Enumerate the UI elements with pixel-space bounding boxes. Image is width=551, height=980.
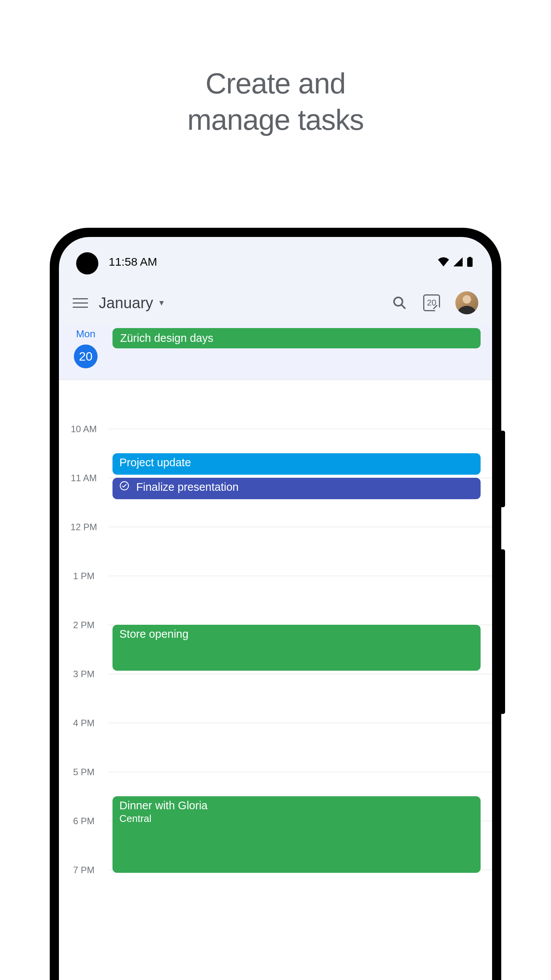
event-title: Dinner with Gloria bbox=[119, 799, 474, 812]
app-bar: January ▼ 20 bbox=[59, 276, 492, 325]
phone-side-button bbox=[501, 431, 505, 507]
svg-rect-0 bbox=[467, 258, 473, 267]
hour-label: 6 PM bbox=[59, 816, 109, 826]
chevron-down-icon: ▼ bbox=[158, 299, 165, 307]
month-selector[interactable]: January ▼ bbox=[99, 294, 165, 312]
hour-label: 12 PM bbox=[59, 522, 109, 532]
status-time: 11:58 AM bbox=[109, 255, 157, 268]
hour-label: 3 PM bbox=[59, 669, 109, 679]
promo-title: Create and manage tasks bbox=[0, 0, 551, 138]
event-dinner[interactable]: Dinner with Gloria Central bbox=[112, 796, 481, 873]
event-title: Zürich design days bbox=[120, 332, 213, 344]
calendar-body[interactable]: 10 AM 11 AM 12 PM 1 PM 2 PM 3 PM 4 PM 5 … bbox=[59, 380, 492, 980]
today-date-label: 20 bbox=[427, 298, 436, 308]
phone-side-button bbox=[501, 549, 505, 714]
month-label: January bbox=[99, 294, 153, 312]
search-button[interactable] bbox=[391, 294, 408, 311]
hour-row: 3 PM bbox=[59, 674, 492, 674]
hour-label: 7 PM bbox=[59, 865, 109, 875]
status-icons bbox=[438, 257, 473, 267]
phone-frame: 11:58 AM January ▼ 20 bbox=[50, 228, 501, 980]
hour-label: 2 PM bbox=[59, 620, 109, 630]
svg-rect-1 bbox=[468, 257, 471, 258]
day-number: 20 bbox=[74, 345, 98, 368]
allday-event[interactable]: Zürich design days bbox=[112, 328, 481, 348]
task-check-icon bbox=[119, 481, 129, 491]
day-column[interactable]: Mon 20 bbox=[59, 325, 112, 368]
hour-row: 10 AM bbox=[59, 429, 492, 429]
today-button[interactable]: 20 bbox=[423, 294, 440, 311]
hour-label: 4 PM bbox=[59, 718, 109, 728]
task-finalize-presentation[interactable]: Finalize presentation bbox=[112, 478, 481, 499]
signal-icon bbox=[453, 257, 463, 266]
event-title: Finalize presentation bbox=[136, 481, 239, 493]
event-title: Store opening bbox=[119, 628, 189, 640]
hour-row: 12 PM bbox=[59, 527, 492, 527]
event-title: Project update bbox=[119, 456, 191, 469]
hour-label: 1 PM bbox=[59, 571, 109, 581]
event-project-update[interactable]: Project update bbox=[112, 453, 481, 475]
avatar[interactable] bbox=[455, 291, 478, 314]
hour-label: 5 PM bbox=[59, 767, 109, 777]
battery-icon bbox=[467, 257, 473, 267]
menu-icon[interactable] bbox=[73, 298, 88, 308]
hour-label: 11 AM bbox=[59, 473, 109, 483]
hour-row: 5 PM bbox=[59, 772, 492, 772]
search-icon bbox=[392, 296, 407, 310]
camera-hole bbox=[76, 252, 98, 274]
svg-line-3 bbox=[401, 305, 405, 309]
day-label: Mon bbox=[59, 328, 112, 340]
hour-label: 10 AM bbox=[59, 424, 109, 434]
hour-row: 4 PM bbox=[59, 723, 492, 723]
event-location: Central bbox=[119, 813, 474, 825]
day-header: Mon 20 Zürich design days bbox=[59, 325, 492, 380]
promo-line-2: manage tasks bbox=[0, 101, 551, 138]
phone-screen: 11:58 AM January ▼ 20 bbox=[59, 237, 492, 980]
event-store-opening[interactable]: Store opening bbox=[112, 625, 481, 671]
promo-line-1: Create and bbox=[0, 65, 551, 101]
status-bar: 11:58 AM bbox=[59, 237, 492, 276]
hour-row: 1 PM bbox=[59, 576, 492, 576]
wifi-icon bbox=[438, 257, 449, 266]
